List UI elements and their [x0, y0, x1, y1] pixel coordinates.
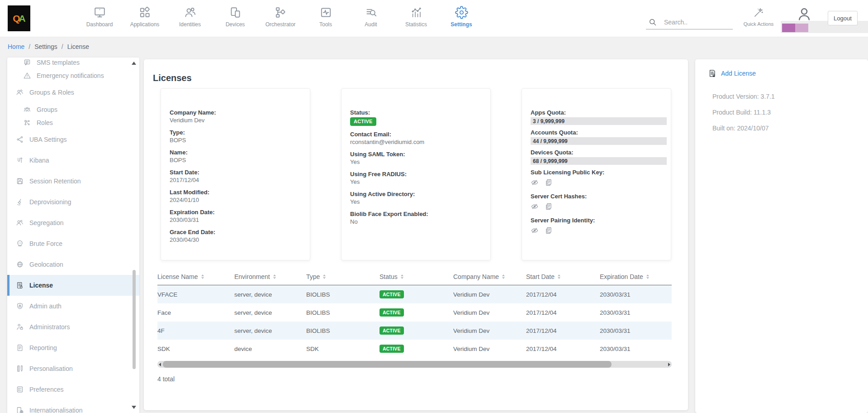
- column-header-status[interactable]: Status: [362, 273, 453, 280]
- identities-icon: [184, 6, 197, 19]
- field-value: 2030/03/31: [170, 216, 301, 224]
- sidebar-item-preferences[interactable]: Preferences: [7, 379, 139, 400]
- field-value: Veridium Dev: [170, 117, 301, 124]
- sidebar-item-geolocation[interactable]: Geolocation: [7, 254, 139, 275]
- eye-off-icon[interactable]: [531, 202, 539, 211]
- column-header-type[interactable]: Type: [306, 273, 362, 280]
- settings-icon: [455, 6, 468, 19]
- intl-icon: [16, 406, 24, 413]
- copy-icon[interactable]: [545, 178, 553, 187]
- report-icon: [16, 344, 24, 352]
- sort-icon[interactable]: [323, 274, 326, 279]
- sidebar-scrollbar-thumb[interactable]: [133, 270, 136, 369]
- app-logo[interactable]: Q A: [8, 5, 30, 31]
- sidebar-item-administrators[interactable]: Administrators: [7, 317, 139, 337]
- eye-off-icon[interactable]: [531, 178, 539, 187]
- shieldlock-icon: [16, 302, 24, 310]
- scroll-left-arrow[interactable]: [159, 363, 161, 366]
- nav-item-dashboard[interactable]: Dashboard: [77, 0, 122, 37]
- table-row-vface[interactable]: VFACE server, device BIOLIBS ACTIVE Veri…: [157, 285, 672, 303]
- sort-icon[interactable]: [502, 274, 505, 279]
- copy-icon[interactable]: [545, 226, 553, 235]
- add-license-label: Add License: [721, 70, 756, 77]
- sort-icon[interactable]: [201, 274, 204, 279]
- sort-icon[interactable]: [646, 274, 649, 279]
- cell-expiration-date: 2030/03/31: [600, 309, 672, 316]
- sidebar-scroll-up-arrow[interactable]: [132, 62, 136, 65]
- status-badge: ACTIVE: [379, 327, 404, 335]
- nav-item-tools[interactable]: Tools: [303, 0, 348, 37]
- quota-progress-bar: 68 / 9,999,999: [531, 157, 667, 165]
- nav-item-orchestrator[interactable]: Orchestrator: [258, 0, 303, 37]
- breadcrumb-item-home[interactable]: Home: [8, 43, 24, 50]
- cell-type: SDK: [306, 346, 362, 352]
- nav-item-identities[interactable]: Identities: [167, 0, 213, 37]
- sidebar-item-emergency-notifications[interactable]: Emergency notifications: [7, 69, 139, 82]
- sidebar-item-uba-settings[interactable]: UBA Settings: [7, 129, 139, 150]
- sidebar-item-reporting[interactable]: Reporting: [7, 337, 139, 358]
- status-badge: ACTIVE: [350, 117, 376, 126]
- scroll-right-arrow[interactable]: [668, 363, 670, 366]
- nav-item-audit[interactable]: Audit: [348, 0, 394, 37]
- nav-item-devices[interactable]: Devices: [213, 0, 258, 37]
- sidebar-item-roles[interactable]: Roles: [7, 116, 139, 129]
- field: Grace End Date: 2030/04/30: [170, 229, 301, 244]
- quota-progress-bar: 44 / 9,999,999: [531, 137, 667, 145]
- sidebar-item-admin-auth[interactable]: Admin auth: [7, 296, 139, 317]
- table-row-sdk[interactable]: SDK device SDK ACTIVE Veridium Dev 2017/…: [157, 340, 672, 358]
- secret-field: Server Pairing Identity:: [531, 217, 667, 235]
- sidebar-item-groups-roles[interactable]: Groups & Roles: [7, 82, 139, 103]
- nav-item-settings[interactable]: Settings: [439, 0, 484, 37]
- field-label: Name:: [170, 149, 301, 156]
- sidebar-item-brute-force[interactable]: Brute Force: [7, 233, 139, 254]
- devices-icon: [229, 6, 242, 19]
- prefs-icon: [16, 385, 24, 394]
- field: Using Free RADIUS: Yes: [350, 171, 482, 186]
- table-row-4f[interactable]: 4F server, device BIOLIBS ACTIVE Veridiu…: [157, 322, 672, 340]
- table-row-face[interactable]: Face server, device BIOLIBS ACTIVE Verid…: [157, 303, 672, 322]
- product-build: Product Build: 11.1.3: [712, 109, 775, 116]
- sidebar-item-internationalisation[interactable]: Internationalisation: [7, 400, 139, 413]
- sort-icon[interactable]: [558, 274, 560, 279]
- sidebar-scroll-down-arrow[interactable]: [132, 406, 136, 409]
- column-header-start-date[interactable]: Start Date: [526, 273, 600, 280]
- sidebar-item-license[interactable]: License: [7, 275, 139, 296]
- field-label: Status:: [350, 109, 482, 116]
- cell-type: BIOLIBS: [306, 309, 362, 316]
- license-icon: [16, 281, 24, 289]
- cell-status: ACTIVE: [362, 327, 453, 335]
- page-title: Licenses: [153, 73, 192, 83]
- breadcrumb-item-license[interactable]: License: [57, 43, 89, 50]
- sidebar-item-personalisation[interactable]: Personalisation: [7, 358, 139, 379]
- cell-license-name: Face: [157, 309, 234, 316]
- sms-icon: [23, 58, 31, 67]
- sidebar-item-sms-templates[interactable]: SMS templates: [7, 58, 139, 69]
- column-header-company-name[interactable]: Company Name: [453, 273, 526, 280]
- user-avatar[interactable]: [796, 6, 812, 22]
- sidebar-item-session-retention[interactable]: Session Retention: [7, 171, 139, 192]
- secret-label: Sub Licensing Public Key:: [531, 169, 667, 176]
- breadcrumb-item-settings[interactable]: Settings: [24, 43, 57, 50]
- logout-button[interactable]: Logout: [828, 11, 858, 25]
- quick-actions-button[interactable]: Quick Actions: [740, 0, 777, 37]
- column-header-environment[interactable]: Environment: [234, 273, 306, 280]
- quota-field: Accounts Quota: 44 / 9,999,999: [531, 129, 667, 145]
- add-license-button[interactable]: Add License: [708, 69, 756, 78]
- eye-off-icon[interactable]: [531, 226, 539, 235]
- sidebar-item-groups[interactable]: Groups: [7, 103, 139, 116]
- search-input[interactable]: [663, 18, 728, 26]
- copy-icon[interactable]: [545, 202, 553, 211]
- sidebar-item-segregation[interactable]: Segregation: [7, 212, 139, 233]
- horizontal-scrollbar-thumb[interactable]: [163, 361, 612, 368]
- sidebar-item-kibana[interactable]: Kibana: [7, 150, 139, 171]
- sidebar-item-deprovisioning[interactable]: Deprovisioning: [7, 192, 139, 212]
- sort-icon[interactable]: [401, 274, 403, 279]
- nav-item-applications[interactable]: Applications: [122, 0, 167, 37]
- sort-icon[interactable]: [273, 274, 276, 279]
- nav-item-statistics[interactable]: Statistics: [394, 0, 439, 37]
- column-header-license-name[interactable]: License Name: [157, 273, 234, 280]
- field-label: Company Name:: [170, 109, 301, 116]
- field-label: Using Active Directory:: [350, 191, 482, 198]
- license-summary-cards: Company Name: Veridium Dev Type: BOPS Na…: [161, 88, 671, 260]
- column-header-expiration-date[interactable]: Expiration Date: [600, 273, 672, 280]
